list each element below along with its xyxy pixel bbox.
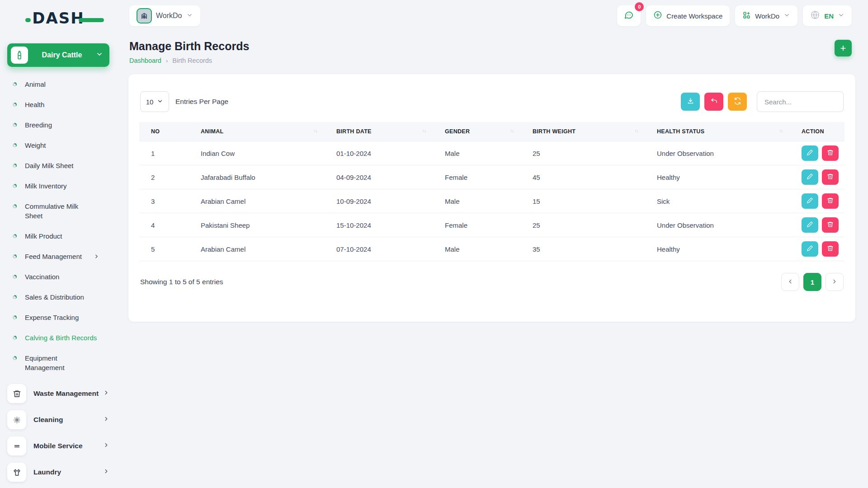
refresh-icon bbox=[734, 97, 741, 106]
download-icon bbox=[687, 97, 694, 106]
sidebar-item-weight[interactable]: Weight bbox=[10, 135, 109, 155]
sort-icon[interactable]: ↑↓ bbox=[634, 128, 638, 133]
sidebar-item-sales-distribution[interactable]: Sales & Distribution bbox=[10, 287, 109, 307]
refresh-button[interactable] bbox=[728, 93, 747, 111]
delete-button[interactable] bbox=[822, 169, 839, 185]
cell-animal: Pakistani Sheep bbox=[189, 213, 325, 237]
language-selector[interactable]: EN bbox=[803, 5, 852, 26]
sidebar-item-vaccination[interactable]: Vaccination bbox=[10, 267, 109, 287]
cell-no: 3 bbox=[139, 189, 189, 213]
edit-button[interactable] bbox=[802, 217, 818, 233]
sidebar-item-label: Equipment Management bbox=[25, 353, 93, 372]
sidebar-modules: Waste Management Cleaning Mobile Service… bbox=[0, 380, 117, 485]
sidebar-item-commulative-milk-sheet[interactable]: Commulative Milk Sheet bbox=[10, 196, 109, 226]
delete-button[interactable] bbox=[822, 241, 839, 257]
sort-icon[interactable]: ↑↓ bbox=[422, 128, 426, 133]
sidebar-item-mobile-service[interactable]: Mobile Service bbox=[0, 433, 117, 459]
topbar-actions: 0 Create Workspace WorkDo EN bbox=[617, 5, 852, 26]
cell-no: 2 bbox=[139, 165, 189, 189]
pencil-icon bbox=[807, 221, 813, 229]
table-footer: Showing 1 to 5 of 5 entries 1 bbox=[139, 273, 844, 291]
export-button[interactable] bbox=[681, 93, 700, 111]
entries-per-page-label: Entries Per Page bbox=[175, 98, 228, 106]
cell-health-status: Healthy bbox=[645, 165, 790, 189]
sidebar-item-milk-inventory[interactable]: Milk Inventory bbox=[10, 176, 109, 196]
sidebar-item-label: Expense Tracking bbox=[25, 313, 93, 322]
back-button[interactable] bbox=[704, 93, 723, 111]
cell-no: 4 bbox=[139, 213, 189, 237]
column-label: BIRTH WEIGHT bbox=[533, 128, 576, 135]
workspace-selector[interactable]: WorkDo bbox=[129, 5, 200, 26]
trash-icon bbox=[827, 149, 834, 157]
messages-button[interactable]: 0 bbox=[617, 5, 641, 26]
column-header-birth-date[interactable]: BIRTH DATE↑↓ bbox=[325, 122, 433, 141]
search-input[interactable] bbox=[757, 91, 844, 112]
sort-icon[interactable]: ↑↓ bbox=[314, 128, 317, 133]
trash-icon bbox=[7, 384, 26, 403]
column-header-animal[interactable]: ANIMAL↑↓ bbox=[189, 122, 325, 141]
sidebar-item-label: Sales & Distribution bbox=[25, 292, 93, 302]
workdo-menu-button[interactable]: WorkDo bbox=[735, 5, 797, 26]
chevron-right-icon bbox=[103, 468, 109, 476]
edit-button[interactable] bbox=[802, 169, 818, 185]
sidebar-item-label: Cleaning bbox=[33, 416, 103, 424]
edit-button[interactable] bbox=[802, 241, 818, 257]
brand-logo[interactable]: DASH bbox=[0, 6, 117, 30]
row-actions bbox=[802, 193, 840, 209]
sidebar-item-health[interactable]: Health bbox=[10, 94, 109, 115]
cell-birth-weight: 45 bbox=[521, 165, 645, 189]
sidebar-item-waste-management[interactable]: Waste Management bbox=[0, 380, 117, 407]
cell-birth-date: 15-10-2024 bbox=[325, 213, 433, 237]
chevron-down-icon bbox=[157, 98, 163, 106]
row-actions bbox=[802, 169, 840, 185]
previous-page-button[interactable] bbox=[781, 273, 799, 291]
edit-button[interactable] bbox=[802, 145, 818, 161]
sidebar-item-laundry[interactable]: Laundry bbox=[0, 459, 117, 485]
chevron-right-icon bbox=[831, 278, 838, 286]
cell-animal: Arabian Camel bbox=[189, 189, 325, 213]
sidebar-item-calving-birth-records[interactable]: Calving & Birth Records bbox=[10, 328, 109, 348]
sort-icon[interactable]: ↑↓ bbox=[510, 128, 514, 133]
sidebar-item-daily-milk-sheet[interactable]: Daily Milk Sheet bbox=[10, 155, 109, 176]
module-selector-label: Dairy Cattle bbox=[28, 51, 96, 59]
sidebar: DASH Dairy Cattle Animal Health Breeding… bbox=[0, 0, 117, 488]
sidebar-item-label: Animal bbox=[25, 80, 93, 89]
sidebar-item-expense-tracking[interactable]: Expense Tracking bbox=[10, 307, 109, 328]
trash-icon bbox=[827, 245, 834, 253]
main-content: WorkDo 0 Create Workspace WorkDo bbox=[117, 0, 868, 488]
add-record-button[interactable]: + bbox=[835, 40, 852, 56]
topbar: WorkDo 0 Create Workspace WorkDo bbox=[117, 0, 868, 32]
sort-icon[interactable]: ↑↓ bbox=[779, 128, 783, 133]
delete-button[interactable] bbox=[822, 217, 839, 233]
next-page-button[interactable] bbox=[826, 273, 844, 291]
module-selector-dairy-cattle[interactable]: Dairy Cattle bbox=[7, 43, 109, 67]
chevron-down-icon bbox=[96, 51, 103, 60]
column-label: BIRTH DATE bbox=[336, 128, 372, 135]
cell-gender: Male bbox=[433, 237, 521, 261]
bullet-icon bbox=[13, 315, 17, 319]
edit-button[interactable] bbox=[802, 193, 818, 209]
sidebar-item-feed-management[interactable]: Feed Management bbox=[10, 246, 109, 267]
cell-birth-weight: 25 bbox=[521, 141, 645, 165]
sidebar-item-label: Feed Management bbox=[25, 252, 93, 261]
column-header-birth-weight[interactable]: BIRTH WEIGHT↑↓ bbox=[521, 122, 645, 141]
bullet-icon bbox=[13, 82, 17, 86]
create-workspace-button[interactable]: Create Workspace bbox=[646, 5, 730, 26]
chevron-down-icon bbox=[838, 12, 844, 20]
bullet-icon bbox=[13, 254, 17, 258]
breadcrumb-dashboard-link[interactable]: Dashboard bbox=[129, 57, 161, 64]
delete-button[interactable] bbox=[822, 145, 839, 161]
column-header-no: NO bbox=[139, 122, 189, 141]
sidebar-item-milk-product[interactable]: Milk Product bbox=[10, 226, 109, 246]
sidebar-item-animal[interactable]: Animal bbox=[10, 74, 109, 94]
column-header-gender[interactable]: GENDER↑↓ bbox=[433, 122, 521, 141]
building-icon bbox=[137, 8, 152, 23]
column-header-health-status[interactable]: HEALTH STATUS↑↓ bbox=[645, 122, 790, 141]
sidebar-item-label: Milk Product bbox=[25, 231, 93, 241]
sidebar-item-equipment-management[interactable]: Equipment Management bbox=[10, 348, 109, 378]
sidebar-item-cleaning[interactable]: Cleaning bbox=[0, 407, 117, 433]
delete-button[interactable] bbox=[822, 193, 839, 209]
page-1-button[interactable]: 1 bbox=[803, 273, 821, 291]
sidebar-item-breeding[interactable]: Breeding bbox=[10, 115, 109, 135]
entries-per-page-select[interactable]: 10 bbox=[140, 91, 169, 112]
